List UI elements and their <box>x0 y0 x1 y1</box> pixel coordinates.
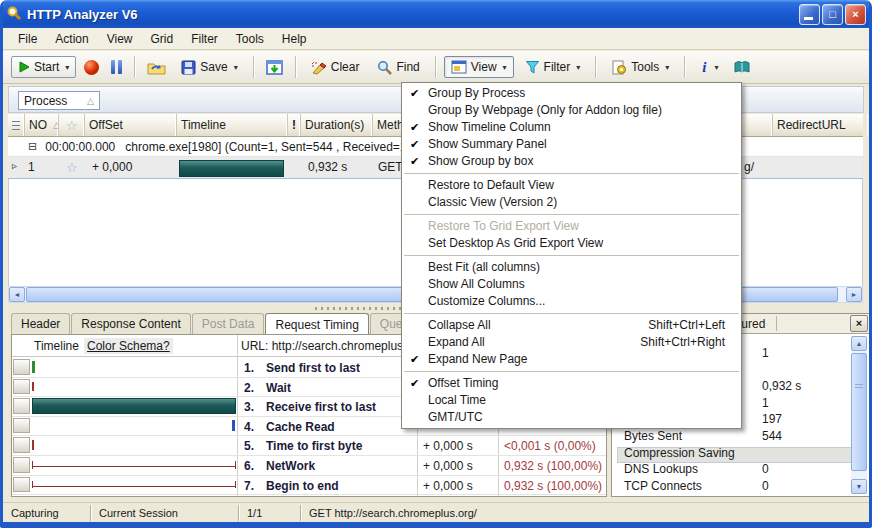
pause-button[interactable] <box>107 57 126 77</box>
menu-item-label: Show Timeline Column <box>428 119 551 136</box>
menu-item-label: Expand All <box>428 334 485 351</box>
timing-row: 6. NetWork + 0,000 s 0,932 s (100,00%) <box>12 456 606 476</box>
star-icon[interactable]: ☆ <box>66 160 78 175</box>
toolbar-separator <box>435 56 436 78</box>
menu-item[interactable]: ✔ Group By Webpage (Only for Addon log f… <box>402 102 741 119</box>
tab[interactable]: Request Timing <box>265 313 368 335</box>
scroll-right-button[interactable]: ► <box>846 287 862 302</box>
row-handle-button[interactable] <box>13 457 30 473</box>
menu-item[interactable]: ✔ Show All Columns <box>402 276 741 293</box>
title-bar: HTTP Analyzer V6 □ × <box>0 0 872 28</box>
tab[interactable]: Post Data <box>192 313 265 334</box>
row-handle-button[interactable] <box>13 398 30 414</box>
collapse-group-icon[interactable]: ⊟ <box>28 140 37 153</box>
close-button[interactable]: × <box>845 4 866 25</box>
view-dropdown-icon[interactable]: ▾ <box>503 63 507 72</box>
timing-number: 2. <box>244 381 254 395</box>
column-header-duration[interactable]: Duration(s) <box>301 114 373 136</box>
menu-item[interactable]: ✔ GMT/UTC <box>402 409 741 426</box>
menu-item[interactable]: ✔ <box>402 211 741 218</box>
maximize-button[interactable]: □ <box>822 4 843 25</box>
menu-item[interactable]: ✔ Group By Process <box>402 85 741 102</box>
menubar-item[interactable]: View <box>98 29 142 49</box>
menu-item-label: Show All Columns <box>428 276 525 293</box>
menu-item[interactable]: ✔ <box>402 310 741 317</box>
help-book-button[interactable] <box>729 57 755 77</box>
save-button[interactable]: Save ▾ <box>174 56 244 79</box>
menu-item[interactable]: ✔ <box>402 368 741 375</box>
row-menu-column-header[interactable] <box>8 114 25 136</box>
menu-item[interactable]: ✔ Classic View (Version 2) <box>402 194 741 211</box>
app-icon[interactable] <box>6 5 22 23</box>
menu-item-shortcut <box>725 85 741 102</box>
close-panel-button[interactable]: × <box>850 315 868 332</box>
menu-item[interactable]: ✔ Show Timeline Column <box>402 119 741 136</box>
column-header-star[interactable]: ☆ <box>59 114 85 136</box>
scroll-down-button[interactable]: ▼ <box>851 479 867 494</box>
stop-button[interactable] <box>80 57 103 78</box>
column-header-redirecturl[interactable]: RedirectURL <box>773 114 868 136</box>
menu-item-label: Classic View (Version 2) <box>428 194 557 211</box>
menu-item[interactable]: ✔ Show Summary Panel <box>402 136 741 153</box>
row-handle-button[interactable] <box>13 477 30 493</box>
filter-dropdown-icon[interactable]: ▾ <box>576 63 580 72</box>
row-handle-button[interactable] <box>13 379 30 395</box>
checkmark-icon: ✔ <box>410 375 424 392</box>
menubar-item[interactable]: Tools <box>227 29 273 49</box>
vertical-scrollbar[interactable]: ▲ ▼ <box>851 336 867 494</box>
summary-row: DNS Lookups 0 <box>612 460 854 477</box>
group-by-process-button[interactable]: Process △ <box>18 91 100 110</box>
column-header-alert[interactable]: ! <box>288 114 301 136</box>
column-header-timeline[interactable]: Timeline <box>177 114 288 136</box>
open-button[interactable] <box>143 57 170 78</box>
app-window: HTTP Analyzer V6 □ × FileActionViewGridF… <box>0 0 872 528</box>
scroll-left-button[interactable]: ◄ <box>9 287 25 302</box>
scroll-up-button[interactable]: ▲ <box>851 336 867 351</box>
menu-item[interactable]: ✔ Best Fit (all columns) <box>402 259 741 276</box>
menu-item[interactable]: ✔ Expand All Shift+Ctrl+Right <box>402 334 741 351</box>
menu-item[interactable]: ✔ <box>402 170 741 177</box>
find-button[interactable]: Find <box>370 56 426 79</box>
column-header-offset[interactable]: OffSet <box>85 114 177 136</box>
menu-item[interactable]: ✔ Local Time <box>402 392 741 409</box>
view-button[interactable]: View ▾ <box>444 56 514 78</box>
filter-button[interactable]: Filter ▾ <box>518 56 588 78</box>
menu-item[interactable]: ✔ Restore to Default View <box>402 177 741 194</box>
menubar-item[interactable]: Grid <box>142 29 183 49</box>
timing-offset-value: + 0,000 s <box>423 459 473 473</box>
menu-item[interactable]: ✔ Expand New Page <box>402 351 741 368</box>
row-handle-button[interactable] <box>13 437 30 453</box>
start-dropdown-icon[interactable]: ▾ <box>65 63 69 72</box>
column-header-no[interactable]: NO△ <box>25 114 59 136</box>
row-handle-button[interactable] <box>13 418 30 434</box>
row-handle-button[interactable] <box>13 359 30 375</box>
vscroll-thumb[interactable] <box>851 353 867 471</box>
tools-button[interactable]: Tools ▾ <box>604 56 676 79</box>
menu-item[interactable]: ✔ Collapse All Shift+Ctrl+Left <box>402 317 741 334</box>
minimize-button[interactable] <box>799 4 820 25</box>
menubar-item[interactable]: Action <box>46 29 97 49</box>
tab[interactable]: Header <box>11 313 70 334</box>
tools-dropdown-icon[interactable]: ▾ <box>665 63 669 72</box>
export-capture-button[interactable] <box>262 57 287 78</box>
start-button[interactable]: Start ▾ <box>11 56 76 78</box>
menu-item[interactable]: ✔ Set Desktop As Grid Export View <box>402 235 741 252</box>
timing-label: Cache Read <box>266 420 335 434</box>
color-schema-link[interactable]: Color Schema? <box>84 338 173 354</box>
menu-item[interactable]: ✔ Show Group by box <box>402 153 741 170</box>
menu-item[interactable]: ✔ Customize Columns... <box>402 293 741 310</box>
clear-button[interactable]: Clear <box>304 56 367 79</box>
menu-item[interactable]: ✔ <box>402 252 741 259</box>
checkmark-icon: ✔ <box>410 351 424 368</box>
info-button[interactable]: i ▾ <box>693 55 725 80</box>
status-bar: CapturingCurrent Session1/1GET http://se… <box>3 502 869 522</box>
menubar-item[interactable]: File <box>9 29 46 49</box>
menubar-item[interactable]: Filter <box>182 29 227 49</box>
menubar-item[interactable]: Help <box>273 29 316 49</box>
save-dropdown-icon[interactable]: ▾ <box>234 63 238 72</box>
info-dropdown-icon[interactable]: ▾ <box>714 63 718 72</box>
menu-item-shortcut <box>725 259 741 276</box>
menu-item[interactable]: ✔ Restore To Grid Export View <box>402 218 741 235</box>
tab[interactable]: Response Content <box>71 313 190 334</box>
menu-item[interactable]: ✔ Offset Timing <box>402 375 741 392</box>
